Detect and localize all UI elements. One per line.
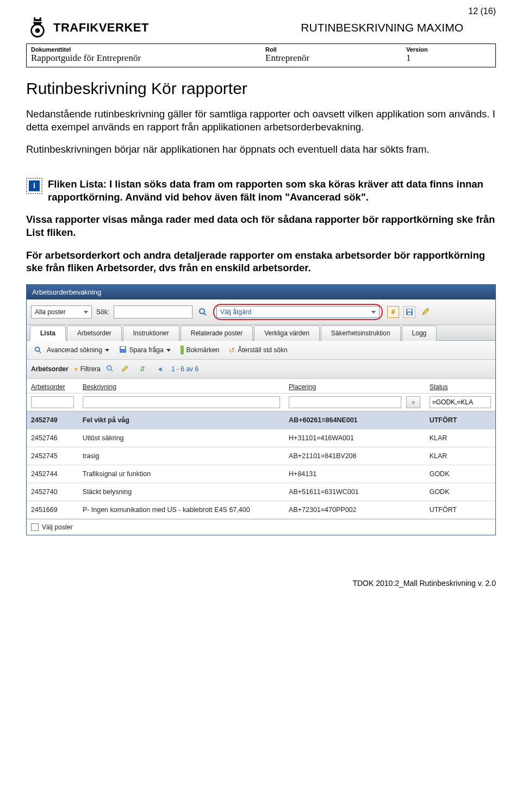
tab-relaterade-poster[interactable]: Relaterade poster <box>181 326 253 341</box>
trafikverket-logo-icon <box>26 16 49 39</box>
action-select[interactable]: Välj åtgärd <box>216 306 380 318</box>
posts-filter-combo[interactable]: Alla poster <box>31 305 92 318</box>
table-cell: Utlöst säkring <box>78 429 284 447</box>
svg-point-5 <box>200 309 204 314</box>
tab-arbetsorder[interactable]: Arbetsorder <box>67 326 122 341</box>
save-icon <box>119 346 127 355</box>
svg-rect-2 <box>34 19 41 21</box>
bookmark-icon <box>181 346 184 354</box>
save-icon[interactable] <box>403 306 415 318</box>
footer-text: TDOK 2010:2_Mall Rutinbeskrivning v. 2.0 <box>26 579 496 588</box>
meta-title-label: Dokumenttitel <box>31 46 257 53</box>
table-cell: H+31101=416WA001 <box>284 429 425 447</box>
svg-point-1 <box>35 28 40 33</box>
intro-paragraph-1: Nedanstående rutinbeskrivning gäller för… <box>26 108 496 133</box>
doc-header: TRAFIKVERKET RUTINBESKRIVNING MAXIMO <box>26 16 496 39</box>
table-row[interactable]: 2452749Fel vikt på vågAB+60261=864NE001U… <box>27 411 495 429</box>
bold-paragraph-1: Vissa rapporter visas många rader med da… <box>26 213 496 239</box>
tab-instruktioner[interactable]: Instruktioner <box>123 326 179 341</box>
col-header-status[interactable]: Status <box>425 379 495 393</box>
hash-icon[interactable]: # <box>387 306 399 318</box>
tab-verkliga-varden[interactable]: Verkliga värden <box>254 326 320 341</box>
col-header-arbetsorder[interactable]: Arbetsorder <box>27 379 78 393</box>
reset-icon: ↺ <box>229 346 235 354</box>
filter-input-status[interactable] <box>430 396 491 408</box>
col-header-beskrivning[interactable]: Beskrivning <box>78 379 284 393</box>
tab-logg[interactable]: Logg <box>402 326 437 341</box>
search-icon <box>32 344 44 356</box>
filter-row: » <box>27 393 495 411</box>
maximo-app: Arbetsorderbevakning Alla poster Sök: Vä… <box>26 284 496 535</box>
table-row[interactable]: 2452744Trafiksignal ur funktionH+84131GO… <box>27 465 495 483</box>
table-cell: GODK <box>425 465 495 483</box>
table-row[interactable]: 2452746Utlöst säkringH+31101=416WA001KLA… <box>27 429 495 447</box>
svg-point-14 <box>107 365 111 370</box>
select-posts-checkbox[interactable] <box>31 523 39 531</box>
filter-search-icon[interactable] <box>106 365 114 374</box>
filter-input-arbetsorder[interactable] <box>31 396 74 408</box>
bold-paragraph-2: För arbetsorderkort och andra detaljerad… <box>26 249 496 274</box>
table-cell: Fel vikt på våg <box>78 411 284 429</box>
filter-input-beskrivning[interactable] <box>83 396 280 408</box>
action-select-highlight: Välj åtgärd <box>213 304 383 320</box>
edit-icon[interactable] <box>420 306 432 318</box>
meta-role-label: Roll <box>265 46 397 53</box>
search-icon[interactable] <box>197 306 209 318</box>
reset-label: Återställ std sökn <box>238 346 287 354</box>
reset-search-button[interactable]: ↺ Återställ std sökn <box>229 346 287 354</box>
table-row[interactable]: 2452740Släckt belysningAB+51611=631WC001… <box>27 483 495 501</box>
filter-input-placering[interactable] <box>289 396 401 408</box>
table-cell: AB+72301=470PP002 <box>284 501 425 519</box>
select-posts-row: Välj poster <box>27 519 495 535</box>
page-number: 12 (16) <box>468 7 496 16</box>
table-cell: AB+60261=864NE001 <box>284 411 425 429</box>
table-cell: trasig <box>78 447 284 465</box>
table-cell: 2452746 <box>27 429 78 447</box>
brand-text: TRAFIKVERKET <box>53 21 149 35</box>
table-cell: UTFÖRT <box>425 411 495 429</box>
table-row[interactable]: 2452745trasigAB+21101=841BV208KLAR <box>27 447 495 465</box>
tab-sakerhetsinstruktion[interactable]: Säkerhetsinstruktion <box>321 326 401 341</box>
meta-title-value: Rapportguide för Entreprenör <box>31 53 141 63</box>
table-cell: KLAR <box>425 429 495 447</box>
action-select-placeholder: Välj åtgärd <box>220 308 251 316</box>
save-query-label: Spara fråga <box>129 346 164 354</box>
tab-lista[interactable]: Lista <box>30 326 66 341</box>
svg-point-3 <box>34 17 36 20</box>
table-cell: KLAR <box>425 447 495 465</box>
sub-toolbar: Avancerad sökning Spara fråga Bokmärken … <box>27 341 495 360</box>
data-table: Arbetsorder Beskrivning Placering Status… <box>27 379 495 519</box>
advanced-search-button[interactable]: Avancerad sökning <box>32 344 109 356</box>
col-header-placering[interactable]: Placering <box>284 379 425 393</box>
chevron-down-icon <box>84 311 88 314</box>
filter-label: Filtrera <box>80 365 101 373</box>
edit-icon[interactable] <box>119 363 131 375</box>
meta-version-label: Version <box>406 46 491 53</box>
table-cell: AB+51611=631WC001 <box>284 483 425 501</box>
doc-type-title: RUTINBESKRIVNING MAXIMO <box>301 21 463 34</box>
filter-button[interactable]: ▾ Filtrera <box>74 365 101 373</box>
info-icon-glyph: i <box>29 180 40 191</box>
svg-line-11 <box>39 351 41 353</box>
filterbar-label: Arbetsorder <box>31 365 69 373</box>
svg-rect-8 <box>407 309 412 311</box>
table-cell: P- Ingen komunikation med US - kablebrot… <box>78 501 284 519</box>
prev-icon[interactable]: ◄ <box>154 363 166 375</box>
save-query-button[interactable]: Spara fråga <box>119 346 171 355</box>
svg-line-6 <box>204 313 206 315</box>
range-text: 1 - 6 av 6 <box>171 365 198 373</box>
svg-line-15 <box>111 369 113 371</box>
chevron-down-icon <box>105 349 109 352</box>
bookmarks-label: Bokmärken <box>187 346 220 354</box>
brand-logo: TRAFIKVERKET <box>26 16 149 39</box>
funnel-icon: ▾ <box>74 365 78 373</box>
table-row[interactable]: 2451669P- Ingen komunikation med US - ka… <box>27 501 495 519</box>
meta-table: Dokumenttitel Rapportguide för Entrepren… <box>26 43 496 67</box>
search-input[interactable] <box>114 305 192 318</box>
svg-point-4 <box>40 17 42 20</box>
chevron-down-icon <box>371 311 376 314</box>
bookmarks-button[interactable]: Bokmärken <box>181 346 220 354</box>
lookup-icon[interactable]: » <box>406 396 420 408</box>
advanced-search-label: Avancerad sökning <box>47 346 102 354</box>
up-down-icon[interactable]: ⇵ <box>136 363 148 375</box>
